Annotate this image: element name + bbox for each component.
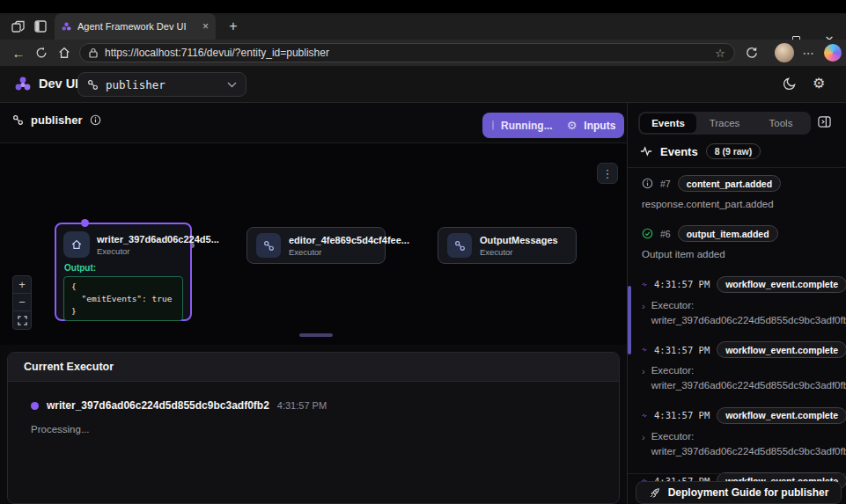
executor-row: writer_397d6ad06c224d5d855dc9bc3adf0fb2 … — [31, 399, 619, 412]
events-scrollbar[interactable] — [628, 286, 631, 354]
deployment-guide-button[interactable]: Deployment Guide for publisher — [636, 481, 842, 504]
run-status-bar: Running... ⚙ Inputs — [482, 113, 624, 138]
executor-status-dot — [31, 402, 39, 410]
back-icon[interactable]: ← — [9, 43, 28, 62]
canvas-menu-button[interactable]: ⋮ — [597, 163, 618, 184]
node-title: editor_4fe869c5d4cf4fee... — [289, 235, 409, 245]
divider — [628, 167, 846, 168]
event-type-badge: output_item.added — [678, 225, 778, 242]
events-count-badge: 8 (9 raw) — [706, 143, 761, 159]
event-type-badge: workflow_event.complete — [717, 341, 846, 358]
app-title: Dev UI — [39, 77, 78, 91]
event-detail: Executor: writer_397d6ad06c224d5d855dc9b… — [651, 298, 846, 329]
rocket-icon — [649, 487, 660, 499]
events-list: #7 content_part.added response.content_p… — [642, 175, 846, 504]
event-item[interactable]: 4:31:57 PM workflow_event.complete › Exe… — [642, 276, 846, 329]
info-circle-icon — [642, 178, 653, 189]
event-detail: Executor: writer_397d6ad06c224d5d855dc9b… — [651, 363, 846, 394]
zoom-out-button[interactable]: − — [13, 294, 31, 311]
info-icon[interactable] — [90, 114, 101, 126]
app-body: publisher Running... ⚙ Inputs ⋮ — [0, 103, 846, 504]
event-type-badge: workflow_event.complete — [717, 276, 846, 293]
event-item[interactable]: 4:31:57 PM workflow_event.complete › Exe… — [642, 341, 846, 394]
workflow-canvas[interactable]: ⋮ writer_397d6ad06c224d5... Executor Out… — [0, 142, 627, 345]
entity-selector-dropdown[interactable]: publisher — [77, 72, 246, 97]
canvas-controls: + − — [12, 275, 32, 330]
profile-avatar[interactable] — [775, 43, 794, 62]
workflow-icon — [87, 79, 99, 91]
check-circle-icon — [642, 228, 653, 239]
node-handle-dot — [81, 219, 89, 227]
theme-toggle-moon-icon[interactable] — [783, 77, 797, 91]
screen: Agent Framework Dev UI × + ─ ✕ ← https:/… — [0, 0, 846, 504]
horizontal-scrollbar[interactable] — [299, 333, 333, 337]
lock-icon — [89, 47, 98, 58]
executor-timestamp: 4:31:57 PM — [277, 400, 327, 411]
tab-actions-icon[interactable] — [31, 17, 50, 36]
pulse-icon — [642, 345, 647, 354]
expand-chevron-icon[interactable]: › — [642, 363, 645, 394]
executor-status-text: Processing... — [31, 424, 619, 435]
events-heading: Events 8 (9 raw) — [640, 143, 761, 159]
browser-tab[interactable]: Agent Framework Dev UI × — [55, 13, 216, 40]
tab-traces[interactable]: Traces — [696, 113, 753, 133]
tab-tools[interactable]: Tools — [753, 113, 809, 133]
spinner-icon — [492, 121, 494, 130]
event-detail-prefix: Executor: — [651, 300, 695, 310]
workflow-name: publisher — [31, 113, 83, 127]
favorite-star-icon[interactable]: ☆ — [715, 47, 725, 60]
fit-view-button[interactable] — [13, 311, 31, 329]
expand-chevron-icon[interactable]: › — [642, 298, 645, 329]
run-settings-gear-icon[interactable]: ⚙ — [567, 119, 577, 132]
expand-chevron-icon[interactable]: › — [642, 429, 645, 460]
pulse-icon — [640, 146, 652, 157]
event-item[interactable]: #6 output_item.added Output item added — [642, 225, 846, 262]
chevron-down-icon — [227, 82, 237, 88]
tab-title: Agent Framework Dev UI — [77, 21, 196, 32]
new-tab-button[interactable]: + — [224, 17, 243, 36]
event-item[interactable]: #7 content_part.added response.content_p… — [642, 175, 846, 212]
event-time: 4:31:57 PM — [654, 345, 710, 355]
url-text: https://localhost:7116/devui/?entity_id=… — [105, 47, 708, 59]
event-detail-id: writer_397d6ad06c224d5d855dc9bc3adf0fb2 — [651, 446, 846, 457]
app-header: Dev UI publisher ⚙ — [0, 66, 846, 103]
event-detail-prefix: Executor: — [651, 431, 695, 442]
refresh-icon[interactable] — [32, 43, 51, 62]
panel-tabs: Events Traces Tools — [638, 112, 811, 135]
browser-menu-icon[interactable]: ⋯ — [798, 43, 818, 62]
tab-close-icon[interactable]: × — [202, 20, 209, 33]
event-type-badge: content_part.added — [678, 175, 781, 192]
events-title: Events — [660, 145, 698, 158]
event-item[interactable]: 4:31:57 PM workflow_event.complete › Exe… — [642, 407, 846, 460]
browser-tabstrip: Agent Framework Dev UI × + ─ ✕ — [0, 13, 846, 40]
workspaces-icon[interactable] — [8, 17, 27, 36]
output-json: { "emitEvents": true } — [63, 276, 183, 321]
node-title: writer_397d6ad06c224d5... — [97, 234, 219, 245]
node-writer[interactable]: writer_397d6ad06c224d5... Executor Outpu… — [55, 223, 192, 321]
event-detail: Executor: writer_397d6ad06c224d5d855dc9b… — [651, 429, 846, 460]
settings-gear-icon[interactable]: ⚙ — [813, 75, 825, 91]
pulse-icon — [642, 280, 647, 289]
node-outputmessages[interactable]: OutputMessages Executor — [438, 227, 577, 264]
node-subtitle: Executor — [97, 246, 219, 256]
browser-essentials-icon[interactable] — [742, 43, 761, 62]
entity-selector-value: publisher — [106, 78, 220, 91]
executor-id: writer_397d6ad06c224d5d855dc9bc3adf0fb2 — [47, 399, 269, 412]
event-detail: Output item added — [642, 247, 846, 262]
address-bar[interactable]: https://localhost:7116/devui/?entity_id=… — [79, 43, 735, 62]
inputs-button[interactable]: Inputs — [584, 120, 615, 132]
workflow-icon — [12, 114, 24, 126]
event-number: #6 — [660, 229, 671, 239]
deployment-guide-label: Deployment Guide for publisher — [668, 486, 829, 499]
node-editor[interactable]: editor_4fe869c5d4cf4fee... Executor — [246, 227, 386, 264]
tab-events[interactable]: Events — [640, 113, 696, 133]
node-subtitle: Executor — [480, 247, 558, 257]
copilot-icon[interactable] — [824, 44, 842, 62]
home-icon[interactable] — [55, 43, 74, 62]
output-label: Output: — [64, 263, 190, 273]
collapse-panel-icon[interactable] — [818, 115, 831, 128]
zoom-in-button[interactable]: + — [13, 276, 31, 294]
app-favicon-icon — [62, 22, 71, 32]
events-panel: Events Traces Tools Events 8 (9 raw) #7 — [627, 103, 846, 504]
event-type-badge: workflow_event.complete — [717, 407, 846, 424]
